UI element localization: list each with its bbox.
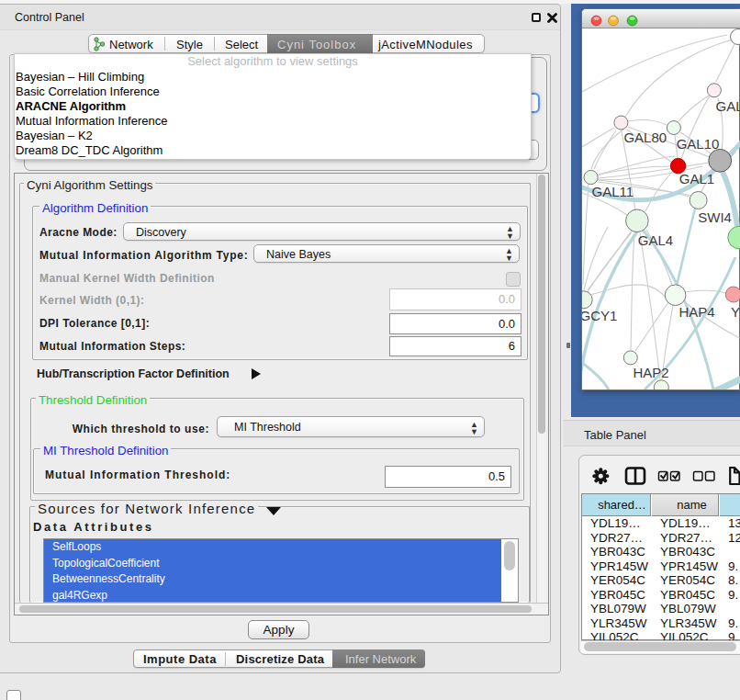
svg-text:HAP2: HAP2 bbox=[633, 365, 668, 380]
svg-text:GAL2: GAL2 bbox=[716, 98, 740, 114]
svg-text:GAL80: GAL80 bbox=[623, 130, 667, 145]
svg-text:GAL10: GAL10 bbox=[677, 136, 720, 152]
svg-text:GAL11: GAL11 bbox=[592, 184, 634, 199]
svg-text:YEL0: YEL0 bbox=[731, 304, 740, 320]
svg-text:GAL4: GAL4 bbox=[638, 232, 673, 248]
svg-text:HAP4: HAP4 bbox=[678, 304, 714, 320]
svg-text:SWI4: SWI4 bbox=[698, 209, 732, 225]
svg-text:GAL1: GAL1 bbox=[679, 171, 714, 186]
svg-text:GCY1: GCY1 bbox=[582, 308, 617, 323]
